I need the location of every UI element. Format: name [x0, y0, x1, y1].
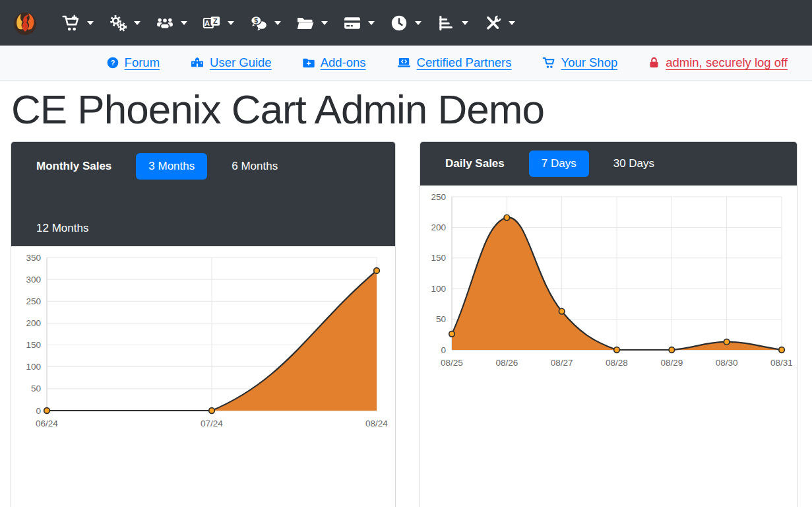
- laptop-code-icon: [396, 56, 412, 69]
- credit-card-icon: [342, 14, 362, 32]
- users-icon: [155, 14, 175, 32]
- link-label: Forum: [125, 55, 160, 70]
- language-icon: A Z: [202, 14, 222, 32]
- caret-down-icon: [134, 21, 141, 25]
- monthly-6-months-button[interactable]: 6 Months: [232, 160, 278, 173]
- svg-text:08/28: 08/28: [606, 358, 628, 368]
- statistics-icon: [436, 14, 456, 32]
- menu-folder-open[interactable]: [288, 7, 335, 39]
- svg-text:06/24: 06/24: [36, 419, 58, 428]
- svg-text:300: 300: [26, 275, 41, 285]
- svg-text:Z: Z: [213, 17, 218, 25]
- phoenix-logo[interactable]: [11, 7, 40, 39]
- svg-text:08/27: 08/27: [550, 358, 573, 368]
- svg-text:$: $: [254, 16, 258, 24]
- svg-text:08/26: 08/26: [495, 358, 518, 368]
- svg-text:08/31: 08/31: [770, 358, 792, 368]
- comments-dollar-icon: $: [249, 14, 268, 32]
- phoenix-flame-icon: [11, 8, 39, 38]
- svg-text:150: 150: [431, 253, 446, 263]
- caret-down-icon: [415, 21, 422, 25]
- svg-text:200: 200: [26, 318, 41, 328]
- menu-cogs[interactable]: [101, 7, 148, 39]
- svg-text:0: 0: [36, 405, 41, 415]
- caret-down-icon: [87, 21, 94, 25]
- question-circle-icon: ?: [106, 56, 119, 69]
- link-label: Your Shop: [561, 55, 618, 70]
- cogs-icon: [108, 14, 128, 32]
- link-your-shop[interactable]: Your Shop: [542, 55, 618, 70]
- svg-text:100: 100: [26, 362, 41, 372]
- caret-down-icon: [274, 21, 281, 25]
- card-title: Daily Sales: [445, 157, 505, 170]
- link-label: User Guide: [210, 55, 272, 70]
- svg-text:08/30: 08/30: [715, 358, 737, 368]
- monthly-sales-header: Monthly Sales 3 Months 6 Months 12 Month…: [11, 142, 395, 246]
- svg-text:08/29: 08/29: [660, 358, 683, 368]
- caret-down-icon: [181, 21, 187, 25]
- svg-text:08/24: 08/24: [365, 419, 388, 428]
- svg-text:A: A: [204, 18, 210, 26]
- svg-text:100: 100: [431, 284, 446, 294]
- daily-sales-header: Daily Sales 7 Days 30 Days: [420, 142, 797, 186]
- caret-down-icon: [368, 21, 375, 25]
- secondary-navbar: ? Forum User Guide Add-ons Certified Par…: [0, 46, 812, 81]
- page-title: CE Phoenix Cart Admin Demo: [0, 88, 812, 132]
- caret-down-icon: [228, 21, 234, 25]
- svg-text:50: 50: [435, 314, 445, 324]
- menu-credit-card[interactable]: [335, 7, 382, 39]
- svg-text:0: 0: [441, 345, 446, 355]
- link-user-guide[interactable]: User Guide: [190, 55, 272, 70]
- navbar-menus: A Z $: [54, 7, 522, 39]
- shopping-cart-icon: [542, 56, 556, 69]
- folder-plus-icon: [302, 56, 315, 69]
- svg-text:350: 350: [26, 252, 41, 262]
- monthly-sales-card: Monthly Sales 3 Months 6 Months 12 Month…: [11, 141, 396, 507]
- svg-text:?: ?: [110, 59, 115, 67]
- daily-sales-chart: 05010015020025008/2508/2608/2708/2808/29…: [425, 187, 792, 374]
- lock-icon: [648, 56, 660, 69]
- caret-down-icon: [321, 21, 328, 25]
- svg-text:08/25: 08/25: [441, 358, 463, 368]
- card-title: Monthly Sales: [36, 160, 111, 173]
- menu-statistics[interactable]: [429, 7, 476, 39]
- menu-users[interactable]: [148, 7, 195, 39]
- menu-tools[interactable]: [476, 7, 522, 39]
- caret-down-icon: [509, 21, 515, 25]
- link-label: Add-ons: [321, 55, 366, 70]
- link-label: Certified Partners: [417, 55, 512, 70]
- daily-7-days-button[interactable]: 7 Days: [529, 151, 589, 177]
- menu-clock[interactable]: [382, 7, 429, 39]
- svg-text:250: 250: [26, 296, 41, 306]
- caret-down-icon: [462, 21, 468, 25]
- monthly-sales-chart: 05010015020025030035006/2407/2408/24: [14, 248, 392, 434]
- menu-language[interactable]: A Z: [195, 7, 241, 39]
- link-log-off[interactable]: admin, securely log off: [648, 55, 788, 70]
- svg-text:150: 150: [26, 340, 41, 350]
- clock-icon: [389, 14, 409, 32]
- link-label: admin, securely log off: [666, 55, 788, 70]
- school-icon: [190, 56, 204, 69]
- link-add-ons[interactable]: Add-ons: [302, 55, 366, 70]
- svg-text:200: 200: [431, 222, 446, 232]
- menu-comments-dollar[interactable]: $: [241, 7, 288, 39]
- link-forum[interactable]: ? Forum: [106, 55, 160, 70]
- link-certified-partners[interactable]: Certified Partners: [396, 55, 512, 70]
- tools-icon: [483, 14, 503, 32]
- top-navbar: A Z $: [0, 0, 812, 46]
- dashboard-cards: Monthly Sales 3 Months 6 Months 12 Month…: [0, 132, 812, 507]
- svg-text:250: 250: [431, 191, 446, 201]
- menu-cart-plus[interactable]: [54, 7, 101, 39]
- monthly-3-months-button[interactable]: 3 Months: [136, 153, 207, 180]
- folder-open-icon: [296, 14, 315, 32]
- cart-plus-icon: [61, 14, 81, 32]
- svg-text:50: 50: [31, 384, 41, 393]
- svg-text:07/24: 07/24: [201, 419, 223, 428]
- daily-sales-card: Daily Sales 7 Days 30 Days 0501001502002…: [420, 141, 797, 507]
- daily-30-days-button[interactable]: 30 Days: [613, 157, 654, 170]
- monthly-12-months-button[interactable]: 12 Months: [36, 222, 88, 235]
